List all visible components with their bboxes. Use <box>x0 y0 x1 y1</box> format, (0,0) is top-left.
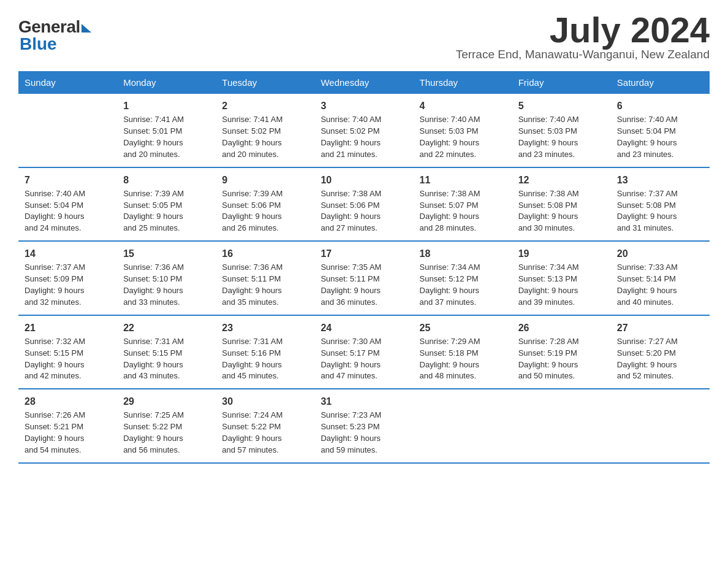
day-info: Sunrise: 7:37 AM Sunset: 5:09 PM Dayligh… <box>25 262 85 307</box>
day-info: Sunrise: 7:25 AM Sunset: 5:22 PM Dayligh… <box>123 410 184 454</box>
week-row-2: 7Sunrise: 7:40 AM Sunset: 5:04 PM Daylig… <box>18 167 710 242</box>
calendar-cell: 7Sunrise: 7:40 AM Sunset: 5:04 PM Daylig… <box>18 167 117 242</box>
day-info: Sunrise: 7:41 AM Sunset: 5:02 PM Dayligh… <box>222 115 282 159</box>
calendar-cell: 2Sunrise: 7:41 AM Sunset: 5:02 PM Daylig… <box>216 94 314 167</box>
calendar-cell: 1Sunrise: 7:41 AM Sunset: 5:01 PM Daylig… <box>117 94 216 167</box>
calendar-cell: 24Sunrise: 7:30 AM Sunset: 5:17 PM Dayli… <box>314 315 413 389</box>
calendar-cell: 19Sunrise: 7:34 AM Sunset: 5:13 PM Dayli… <box>512 241 611 315</box>
calendar-cell <box>18 94 117 167</box>
week-row-1: 1Sunrise: 7:41 AM Sunset: 5:01 PM Daylig… <box>18 94 710 167</box>
day-number: 3 <box>320 99 407 113</box>
day-number: 16 <box>222 247 308 261</box>
day-info: Sunrise: 7:39 AM Sunset: 5:06 PM Dayligh… <box>222 189 282 233</box>
day-info: Sunrise: 7:31 AM Sunset: 5:16 PM Dayligh… <box>222 337 282 381</box>
calendar-cell: 25Sunrise: 7:29 AM Sunset: 5:18 PM Dayli… <box>414 315 512 389</box>
day-number: 27 <box>617 321 703 335</box>
calendar-cell: 13Sunrise: 7:37 AM Sunset: 5:08 PM Dayli… <box>611 167 710 242</box>
calendar-cell: 16Sunrise: 7:36 AM Sunset: 5:11 PM Dayli… <box>216 241 314 315</box>
calendar-cell: 23Sunrise: 7:31 AM Sunset: 5:16 PM Dayli… <box>216 315 314 389</box>
title-block: July 2024 Terrace End, Manawatu-Wanganui… <box>456 12 710 69</box>
day-number: 24 <box>320 321 407 335</box>
page-subtitle: Terrace End, Manawatu-Wanganui, New Zeal… <box>456 48 710 61</box>
calendar-cell <box>414 389 512 463</box>
day-info: Sunrise: 7:40 AM Sunset: 5:03 PM Dayligh… <box>420 115 480 159</box>
day-number: 13 <box>617 173 703 187</box>
calendar-cell: 31Sunrise: 7:23 AM Sunset: 5:23 PM Dayli… <box>314 389 413 463</box>
day-number: 22 <box>123 321 210 335</box>
calendar-cell: 14Sunrise: 7:37 AM Sunset: 5:09 PM Dayli… <box>18 241 117 315</box>
day-number: 23 <box>222 321 308 335</box>
calendar-cell: 28Sunrise: 7:26 AM Sunset: 5:21 PM Dayli… <box>18 389 117 463</box>
day-info: Sunrise: 7:28 AM Sunset: 5:19 PM Dayligh… <box>518 337 579 381</box>
day-number: 15 <box>123 247 210 261</box>
day-info: Sunrise: 7:39 AM Sunset: 5:05 PM Dayligh… <box>123 189 184 233</box>
calendar-cell: 11Sunrise: 7:38 AM Sunset: 5:07 PM Dayli… <box>414 167 512 242</box>
calendar-cell: 10Sunrise: 7:38 AM Sunset: 5:06 PM Dayli… <box>314 167 413 242</box>
day-number: 17 <box>320 247 407 261</box>
calendar-cell: 12Sunrise: 7:38 AM Sunset: 5:08 PM Dayli… <box>512 167 611 242</box>
day-info: Sunrise: 7:36 AM Sunset: 5:11 PM Dayligh… <box>222 262 282 307</box>
day-info: Sunrise: 7:36 AM Sunset: 5:10 PM Dayligh… <box>123 262 184 307</box>
day-info: Sunrise: 7:31 AM Sunset: 5:15 PM Dayligh… <box>123 337 184 381</box>
day-number: 26 <box>518 321 605 335</box>
calendar-cell: 29Sunrise: 7:25 AM Sunset: 5:22 PM Dayli… <box>117 389 216 463</box>
week-row-3: 14Sunrise: 7:37 AM Sunset: 5:09 PM Dayli… <box>18 241 710 315</box>
calendar-header-row: SundayMondayTuesdayWednesdayThursdayFrid… <box>18 71 710 94</box>
day-number: 31 <box>320 394 407 408</box>
calendar-cell: 6Sunrise: 7:40 AM Sunset: 5:04 PM Daylig… <box>611 94 710 167</box>
calendar-cell: 3Sunrise: 7:40 AM Sunset: 5:02 PM Daylig… <box>314 94 413 167</box>
day-number: 19 <box>518 247 605 261</box>
day-number: 8 <box>123 173 210 187</box>
day-number: 11 <box>420 173 506 187</box>
header-friday: Friday <box>512 71 611 94</box>
header-monday: Monday <box>117 71 216 94</box>
day-info: Sunrise: 7:34 AM Sunset: 5:12 PM Dayligh… <box>420 262 480 307</box>
calendar-cell <box>611 389 710 463</box>
day-number: 1 <box>123 99 210 113</box>
day-number: 2 <box>222 99 308 113</box>
day-number: 20 <box>617 247 703 261</box>
day-info: Sunrise: 7:33 AM Sunset: 5:14 PM Dayligh… <box>617 262 678 307</box>
day-number: 30 <box>222 394 308 408</box>
calendar-cell: 22Sunrise: 7:31 AM Sunset: 5:15 PM Dayli… <box>117 315 216 389</box>
day-info: Sunrise: 7:27 AM Sunset: 5:20 PM Dayligh… <box>617 337 678 381</box>
logo-arrow-icon <box>82 24 91 33</box>
day-info: Sunrise: 7:32 AM Sunset: 5:15 PM Dayligh… <box>25 337 85 381</box>
day-info: Sunrise: 7:38 AM Sunset: 5:08 PM Dayligh… <box>518 189 579 233</box>
calendar-cell: 18Sunrise: 7:34 AM Sunset: 5:12 PM Dayli… <box>414 241 512 315</box>
logo: General Blue <box>18 17 91 54</box>
calendar-cell: 20Sunrise: 7:33 AM Sunset: 5:14 PM Dayli… <box>611 241 710 315</box>
day-number: 12 <box>518 173 605 187</box>
day-info: Sunrise: 7:40 AM Sunset: 5:04 PM Dayligh… <box>25 189 85 233</box>
day-number: 25 <box>420 321 506 335</box>
week-row-5: 28Sunrise: 7:26 AM Sunset: 5:21 PM Dayli… <box>18 389 710 463</box>
page-title: July 2024 <box>456 12 710 48</box>
logo-blue-text: Blue <box>20 34 57 54</box>
day-number: 7 <box>25 173 111 187</box>
day-info: Sunrise: 7:37 AM Sunset: 5:08 PM Dayligh… <box>617 189 678 233</box>
day-info: Sunrise: 7:38 AM Sunset: 5:06 PM Dayligh… <box>320 189 381 233</box>
day-info: Sunrise: 7:23 AM Sunset: 5:23 PM Dayligh… <box>320 410 381 454</box>
week-row-4: 21Sunrise: 7:32 AM Sunset: 5:15 PM Dayli… <box>18 315 710 389</box>
day-info: Sunrise: 7:26 AM Sunset: 5:21 PM Dayligh… <box>25 410 85 454</box>
day-number: 5 <box>518 99 605 113</box>
day-number: 18 <box>420 247 506 261</box>
day-number: 6 <box>617 99 703 113</box>
day-number: 10 <box>320 173 407 187</box>
day-info: Sunrise: 7:40 AM Sunset: 5:03 PM Dayligh… <box>518 115 579 159</box>
calendar-cell: 8Sunrise: 7:39 AM Sunset: 5:05 PM Daylig… <box>117 167 216 242</box>
day-number: 9 <box>222 173 308 187</box>
day-info: Sunrise: 7:38 AM Sunset: 5:07 PM Dayligh… <box>420 189 480 233</box>
day-info: Sunrise: 7:40 AM Sunset: 5:04 PM Dayligh… <box>617 115 678 159</box>
day-info: Sunrise: 7:41 AM Sunset: 5:01 PM Dayligh… <box>123 115 184 159</box>
day-number: 14 <box>25 247 111 261</box>
day-number: 4 <box>420 99 506 113</box>
day-info: Sunrise: 7:34 AM Sunset: 5:13 PM Dayligh… <box>518 262 579 307</box>
calendar-cell: 27Sunrise: 7:27 AM Sunset: 5:20 PM Dayli… <box>611 315 710 389</box>
header-wednesday: Wednesday <box>314 71 413 94</box>
header-tuesday: Tuesday <box>216 71 314 94</box>
header-thursday: Thursday <box>414 71 512 94</box>
header-sunday: Sunday <box>18 71 117 94</box>
day-number: 29 <box>123 394 210 408</box>
calendar-cell: 5Sunrise: 7:40 AM Sunset: 5:03 PM Daylig… <box>512 94 611 167</box>
